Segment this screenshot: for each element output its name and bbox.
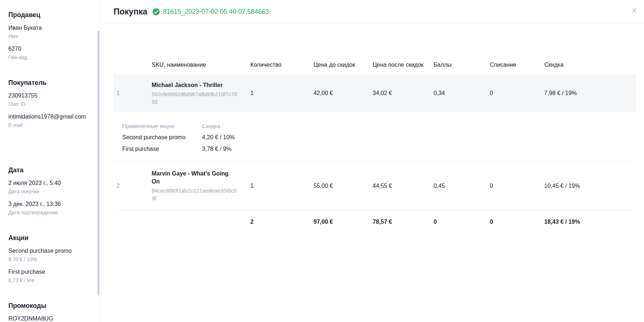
totals-points: 0 <box>434 219 490 225</box>
item-name-cell: Marvin Gaye - What’s Going On 84cec8f80f… <box>152 170 250 202</box>
row-index: 2 <box>114 183 152 189</box>
buyer-section-title: Покупатель <box>8 79 89 87</box>
totals-qty: 2 <box>250 219 313 225</box>
item-qty: 1 <box>250 183 313 189</box>
applied-promos-header: Примененные акции Скидка <box>122 120 636 132</box>
item-discount: 10,45 € / 19% <box>544 183 636 189</box>
item-price-before: 55,00 € <box>313 183 373 189</box>
check-circle-icon <box>152 8 160 16</box>
buyer-section: Покупатель 230913755 User ID intimidatio… <box>8 79 89 128</box>
col-header-qty: Количество <box>250 61 313 69</box>
applied-promo-discount: 3,78 € / 9% <box>202 146 636 152</box>
item-sku: 592cfe9662d6d967afb80b215f7c7092 <box>152 90 238 106</box>
totals-price-before: 97,00 € <box>313 219 373 225</box>
seller-section-title: Продавец <box>8 11 89 19</box>
totals-price-after: 78,57 € <box>373 219 434 225</box>
buyer-email-value: intimidations1978@gmail.com <box>8 113 89 121</box>
col-header-discount: Скидка <box>544 61 636 69</box>
totals-row: 2 97,00 € 78,57 € 0 0 18,43 € / 19% <box>114 210 636 234</box>
purchase-panel: Покупка 81615_2023-07-02 05:40:07.584663… <box>101 0 644 322</box>
promocode-value: ROY2DNMA8UG <box>8 315 89 322</box>
seller-name-item: Иван Буката Имя <box>8 24 89 40</box>
item-discount: 7,98 € / 19% <box>544 90 636 96</box>
item-writeoff: 0 <box>490 90 544 96</box>
item-title: Marvin Gaye - What’s Going On <box>152 170 238 186</box>
promo-first-purchase-item: First purchase 8,73 € / 9% <box>8 268 89 284</box>
promocode-item: ROY2DNMA8UG <box>8 315 89 322</box>
item-qty: 1 <box>250 90 313 96</box>
item-title: Michael Jackson - Thriller <box>152 81 238 89</box>
col-header-price-after: Цена после скидок <box>373 61 434 69</box>
seller-pin-item: 6270 Пин-код <box>8 45 89 61</box>
item-price-after: 34,02 € <box>373 90 434 96</box>
sidebar-scrollbar-thumb[interactable] <box>98 31 99 296</box>
item-points: 0,45 <box>434 183 490 189</box>
promo-first-purchase-name: First purchase <box>8 268 89 276</box>
applied-promo-name: Second purchase promo <box>122 134 202 141</box>
promocodes-section-title: Промокоды <box>8 302 89 310</box>
page-title: Покупка <box>114 7 147 17</box>
promos-section: Акции Second purchase promo 9,70 € / 10%… <box>8 234 89 284</box>
promocodes-section: Промокоды ROY2DNMA8UG <box>8 302 89 322</box>
table-row: 1 Michael Jackson - Thriller 592cfe9662d… <box>114 74 636 112</box>
seller-pin-label: Пин-код <box>8 54 89 61</box>
applied-promos-block: Примененные акции Скидка Second purchase… <box>114 112 636 161</box>
date-section-title: Дата <box>8 166 89 174</box>
totals-discount: 18,43 € / 19% <box>544 219 636 225</box>
purchase-items-table: SKU, наименование Количество Цена до ски… <box>101 24 644 234</box>
seller-pin-value: 6270 <box>8 45 89 53</box>
applied-promos-discount-header: Скидка <box>202 123 636 129</box>
applied-promo-row: Second purchase promo 4,20 € / 10% <box>122 132 636 143</box>
purchase-header: Покупка 81615_2023-07-02 05:40:07.584663… <box>101 0 644 24</box>
promo-second-purchase-amount: 9,70 € / 10% <box>8 256 89 263</box>
seller-section: Продавец Иван Буката Имя 6270 Пин-код <box>8 11 89 61</box>
buyer-userid-item: 230913755 User ID <box>8 92 89 107</box>
buyer-email-item: intimidations1978@gmail.com E-mail <box>8 113 89 128</box>
seller-name-value: Иван Буката <box>8 24 89 32</box>
promo-second-purchase-name: Second purchase promo <box>8 247 89 255</box>
item-sku: 84cec8f80f1ab2c221aedeae35f8c09f <box>152 187 238 202</box>
close-button[interactable]: ✕ <box>629 5 640 16</box>
col-header-price-before: Цена до скидок <box>313 61 373 69</box>
confirm-date-item: 3 дек. 2023 г., 13:36 Дата подтверждения <box>8 200 89 216</box>
table-header-row: SKU, наименование Количество Цена до ски… <box>114 24 636 74</box>
buyer-userid-value: 230913755 <box>8 92 89 100</box>
applied-promo-name: First purchase <box>122 146 202 152</box>
table-row: 2 Marvin Gaye - What’s Going On 84cec8f8… <box>114 162 636 210</box>
purchase-id: 81615_2023-07-02 05:40:07.584663 <box>163 8 269 16</box>
details-sidebar: Продавец Иван Буката Имя 6270 Пин-код По… <box>0 0 101 322</box>
buyer-userid-label: User ID <box>8 101 89 107</box>
promo-first-purchase-amount: 8,73 € / 9% <box>8 277 89 284</box>
date-section: Дата 2 июля 2023 г., 5:40 Дата покупки 3… <box>8 166 89 216</box>
confirm-date-value: 3 дек. 2023 г., 13:36 <box>8 200 89 208</box>
col-header-writeoff: Списание <box>490 61 544 69</box>
item-points: 0,34 <box>434 90 490 96</box>
item-name-cell: Michael Jackson - Thriller 592cfe9662d6d… <box>152 81 250 106</box>
purchase-date-value: 2 июля 2023 г., 5:40 <box>8 179 89 187</box>
seller-name-label: Имя <box>8 33 89 40</box>
applied-promo-discount: 4,20 € / 10% <box>202 134 636 141</box>
buyer-email-label: E-mail <box>8 122 89 128</box>
row-index: 1 <box>114 90 152 96</box>
confirm-date-label: Дата подтверждения <box>8 209 89 216</box>
totals-writeoff: 0 <box>490 219 544 225</box>
applied-promo-row: First purchase 3,78 € / 9% <box>122 143 636 155</box>
purchase-date-item: 2 июля 2023 г., 5:40 Дата покупки <box>8 179 89 195</box>
item-writeoff: 0 <box>490 183 544 189</box>
promo-second-purchase-item: Second purchase promo 9,70 € / 10% <box>8 247 89 263</box>
col-header-points: Баллы <box>434 61 490 69</box>
promos-section-title: Акции <box>8 234 89 242</box>
item-price-before: 42,00 € <box>313 90 373 96</box>
item-price-after: 44,55 € <box>373 183 434 189</box>
col-header-name: SKU, наименование <box>152 61 250 69</box>
purchase-date-label: Дата покупки <box>8 188 89 195</box>
applied-promos-name-header: Примененные акции <box>122 123 202 129</box>
